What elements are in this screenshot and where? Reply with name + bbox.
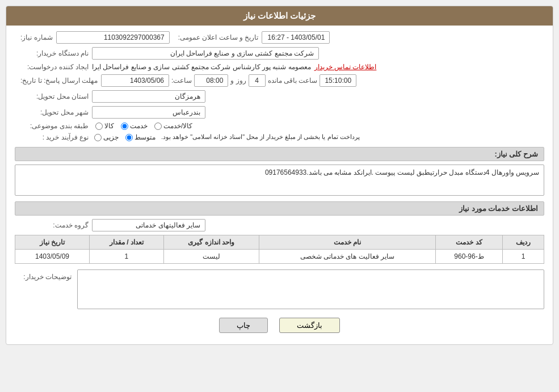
- buyer-org-label: نام دستگاه خریدار:: [15, 49, 89, 57]
- buyer-org-value: شرکت مجتمع کشتی سازی و صنایع فراساحل ایر…: [92, 47, 319, 60]
- cell-service-code: ط-96-960: [436, 250, 503, 264]
- purchase-type-motavaset[interactable]: متوسط: [125, 133, 155, 141]
- col-service-name: نام خدمت: [259, 235, 436, 250]
- col-quantity: تعداد / مقدار: [89, 235, 163, 250]
- col-unit: واحد اندازه گیری: [163, 235, 259, 250]
- requester-label: ایجاد کننده درخواست:: [15, 63, 89, 71]
- need-number-label: شماره نیاز:: [15, 33, 53, 41]
- services-section-title: اطلاعات خدمات مورد نیاز: [15, 201, 544, 216]
- deadline-remaining-label: ساعت باقی مانده: [268, 77, 318, 85]
- purchase-type-motavaset-radio[interactable]: [125, 134, 133, 141]
- deadline-time-label: ساعت:: [171, 77, 192, 85]
- need-description-section-title: شرح کلی نیاز:: [15, 147, 544, 161]
- need-description-value: سرویس واورهال 4دستگاه مبدل حرارتیطبق لیس…: [265, 168, 539, 176]
- need-number-value: 1103092297000367: [56, 31, 170, 44]
- province-value: هرمزگان: [92, 90, 205, 103]
- deadline-label: مهلت ارسال پاسخ: تا تاریخ:: [15, 77, 98, 85]
- requester-link[interactable]: اطلاعات تماس خریدار: [314, 63, 377, 71]
- announcement-label: تاریخ و ساعت اعلان عمومی:: [178, 33, 259, 41]
- province-label: استان محل تحویل:: [15, 92, 89, 100]
- buyer-notes-label: توضیحات خریدار:: [15, 269, 72, 281]
- cell-unit: لیست: [163, 250, 259, 264]
- cell-service-name: سایر فعالیت های خدماتی شخصی: [259, 250, 436, 264]
- deadline-time: 08:00: [194, 74, 228, 87]
- requester-value: معصومه شنبه پور کارشناس شرکت مجتمع کشتی …: [92, 63, 311, 71]
- purchase-type-label: نوع فرآیند خرید :: [15, 133, 89, 141]
- cell-row-num: 1: [502, 250, 544, 264]
- services-table: ردیف کد خدمت نام خدمت واحد اندازه گیری ت…: [15, 235, 544, 264]
- category-kala-khadamat-label: کالا/خدمت: [163, 122, 192, 130]
- deadline-date: 1403/05/06: [101, 74, 169, 87]
- buyer-notes-textarea[interactable]: [77, 269, 544, 309]
- category-kala-khadamat-radio[interactable]: [154, 123, 162, 130]
- category-khadamat[interactable]: خدمت: [121, 122, 148, 130]
- purchase-type-note: پرداخت تمام یا بخشی از مبلغ خریدار از مح…: [161, 133, 360, 141]
- col-row-num: ردیف: [502, 235, 544, 250]
- category-kala-radio[interactable]: [95, 123, 103, 130]
- category-kala-label: کالا: [104, 122, 114, 130]
- city-value: بندرعباس: [92, 106, 205, 119]
- announcement-value: 1403/05/01 - 16:27: [262, 31, 330, 44]
- purchase-type-motavaset-label: متوسط: [135, 133, 155, 141]
- deadline-remaining: 15:10:00: [320, 74, 356, 87]
- purchase-type-jozii-radio[interactable]: [94, 134, 102, 141]
- footer-buttons: بازگشت چاپ: [15, 309, 544, 339]
- category-label: طبقه بندی موضوعی:: [15, 122, 89, 130]
- city-label: شهر محل تحویل:: [15, 108, 89, 116]
- purchase-type-jozii-label: جزیی: [103, 133, 119, 141]
- col-date: تاریخ نیاز: [15, 235, 90, 250]
- category-khadamat-label: خدمت: [130, 122, 148, 130]
- page-title: جزئیات اطلاعات نیاز: [6, 6, 553, 26]
- table-row: 1 ط-96-960 سایر فعالیت های خدماتی شخصی ل…: [15, 250, 544, 264]
- purchase-type-jozii[interactable]: جزیی: [94, 133, 119, 141]
- purchase-type-radio-group: متوسط جزیی: [94, 133, 155, 141]
- category-kala[interactable]: کالا: [95, 122, 114, 130]
- deadline-days: 4: [249, 74, 266, 87]
- service-group-value: سایر فعالیتهای خدماتی: [92, 219, 205, 231]
- print-button[interactable]: چاپ: [219, 318, 268, 333]
- col-service-code: کد خدمت: [436, 235, 503, 250]
- category-kala-khadamat[interactable]: کالا/خدمت: [154, 122, 192, 130]
- cell-quantity: 1: [89, 250, 163, 264]
- category-khadamat-radio[interactable]: [121, 123, 128, 130]
- deadline-days-label: روز و: [230, 77, 246, 85]
- service-group-label: گروه خدمت:: [15, 221, 89, 229]
- category-radio-group: کالا/خدمت خدمت کالا: [95, 122, 192, 130]
- cell-date: 1403/05/09: [15, 250, 90, 264]
- back-button[interactable]: بازگشت: [279, 318, 340, 333]
